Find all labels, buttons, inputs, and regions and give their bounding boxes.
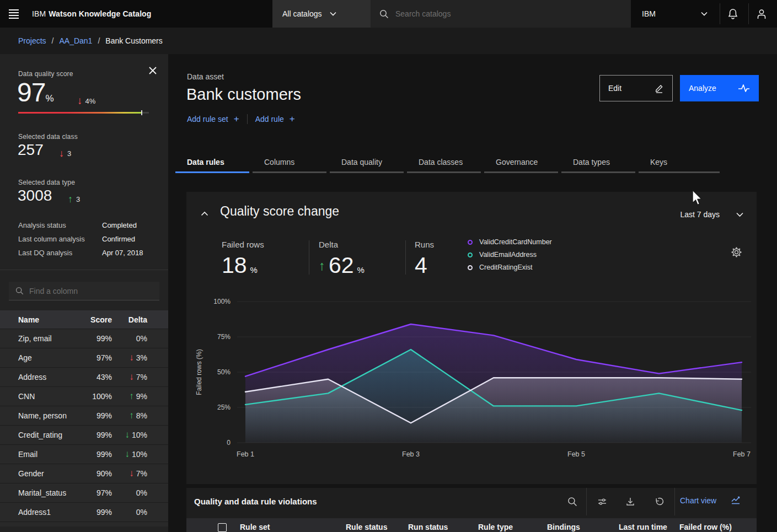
tab-columns[interactable]: Columns [253,153,326,173]
legend-item-validcreditcardnumber[interactable]: ValidCreditCardNumber [468,238,552,246]
brand-prefix: IBM [32,9,46,18]
filter-settings-icon[interactable] [593,492,612,511]
close-icon[interactable] [148,65,160,77]
tab-data-quality[interactable]: Data quality [330,153,404,173]
tab-data-classes[interactable]: Data classes [407,153,481,173]
add-rule-set-link[interactable]: Add rule set+ [187,114,239,125]
stat-value: 3008 [18,187,52,205]
tab-label: Keys [650,158,667,166]
arrow-up-icon: ↑ [319,258,325,273]
legend-label: ValidEmailAddress [479,251,537,259]
column-name: Age [0,353,80,362]
tab-label: Data types [573,158,610,166]
arrow-up-icon: ↑ [129,410,134,421]
activity-icon [738,84,750,93]
toolbar-divider [674,488,675,515]
column-name: Marital_status [0,488,80,497]
column-row-address1[interactable]: Address199%0% [0,502,168,522]
column-row-zip-email[interactable]: Zip, email99%0% [0,329,168,348]
column-name: Name, person [0,411,80,420]
app-title: IBM Watson Knowledge Catalog [32,0,151,28]
edit-button[interactable]: Edit [599,75,673,101]
y-tick-label: 0 [227,439,231,447]
tab-data-rules[interactable]: Data rules [175,153,249,173]
info-label: Last column analysis [18,235,102,243]
download-icon[interactable] [621,492,640,511]
x-tick-label: Feb 7 [733,450,751,458]
notifications-bell-icon[interactable] [719,0,747,28]
column-row-clipped[interactable] [0,522,168,526]
quality-score-gauge [18,112,149,114]
violations-table-header: Rule setRule statusRun statusRule typeBi… [186,518,757,532]
gear-icon[interactable] [731,246,743,258]
violations-header-rule-set[interactable]: Rule set [240,523,270,531]
catalog-selector[interactable]: All catalogs [272,0,371,28]
breadcrumb-projects-link[interactable]: Projects [18,36,46,45]
find-column-input[interactable]: Find a colomn [9,282,159,300]
tab-label: Columns [264,158,294,166]
column-name: Email [0,450,80,459]
user-profile-icon[interactable] [747,0,776,28]
toolbar-divider [586,488,587,515]
column-delta: 0% [112,488,147,497]
legend-item-creditratingexist[interactable]: CreditRatingExist [468,264,552,271]
y-tick-label: 50% [217,368,231,376]
violations-header-bindings[interactable]: Bindings [547,523,580,531]
column-row-age[interactable]: Age97%↓3% [0,348,168,367]
x-tick-label: Feb 1 [237,450,254,458]
column-score: 99% [80,431,112,439]
tab-data-types[interactable]: Data types [561,153,635,173]
column-delta: 0% [112,508,147,517]
gauge-fill [18,112,141,114]
search-icon[interactable] [563,492,582,511]
tab-label: Data classes [419,158,463,166]
legend-label: CreditRatingExist [479,264,533,271]
column-name: CNN [0,392,80,401]
breadcrumb-project-link[interactable]: AA_Dan1 [59,36,92,45]
legend-item-validemailaddress[interactable]: ValidEmailAddress [468,251,552,259]
column-row-gender[interactable]: Gender90%↓7% [0,464,168,483]
search-icon [379,9,389,19]
violations-header-rule-type[interactable]: Rule type [478,523,513,531]
column-row-name-person[interactable]: Name, person99%↑8% [0,406,168,425]
global-search-input[interactable]: Search catalogs [371,0,631,28]
column-row-address[interactable]: Address43%↓7% [0,367,168,386]
rule-violations-panel: Quality and data rule violations Chart v… [186,488,757,532]
column-score: 99% [80,334,112,343]
violations-header-run-status[interactable]: Run status [408,523,448,531]
column-name: Gender [0,469,80,478]
menu-icon[interactable] [0,0,28,28]
plus-icon: + [234,114,239,125]
column-row-credit-rating[interactable]: Credit_rating99%↓10% [0,425,168,444]
add-rule-link[interactable]: Add rule+ [255,114,295,125]
column-row-cnn[interactable]: CNN100%↑9% [0,386,168,406]
stat-divider [405,240,406,275]
analyze-button[interactable]: Analyze [680,75,759,101]
select-all-checkbox[interactable] [218,523,227,532]
analysis-info-row: Analysis statusCompleted [18,221,156,229]
reset-icon[interactable] [650,492,668,511]
top-header-bar: IBM Watson Knowledge Catalog All catalog… [0,0,777,28]
account-selector[interactable]: IBM [631,0,720,28]
violations-header-rule-status[interactable]: Rule status [346,523,387,531]
info-label: Last DQ analysis [18,249,102,257]
violations-header-failed-row-[interactable]: Failed row (%) [679,523,732,531]
info-value: Confirmed [102,235,135,243]
chart-view-toggle[interactable]: Chart view [680,496,742,506]
collapse-chevron-icon[interactable] [201,207,213,219]
column-name: Zip, email [0,334,80,343]
column-score: 100% [80,392,112,401]
failed-rows-line-chart[interactable]: 100%75%50%25%0Failed rows (%)Feb 1Feb 3F… [186,290,757,472]
arrow-down-icon: ↓ [125,449,130,460]
column-row-marital-status[interactable]: Marital_status97%0% [0,483,168,502]
tab-governance[interactable]: Governance [484,153,558,173]
edit-pencil-icon [655,84,664,93]
tab-label: Data rules [187,158,224,166]
date-range-selector[interactable]: Last 7 days [680,210,743,219]
column-row-email[interactable]: Email99%↓10% [0,444,168,464]
tab-keys[interactable]: Keys [639,153,720,173]
breadcrumb: Projects / AA_Dan1 / Bank Customers [0,28,777,54]
line-chart-icon [731,496,742,506]
column-score: 97% [80,353,112,362]
violations-header-last-run-time[interactable]: Last run time [619,523,667,531]
